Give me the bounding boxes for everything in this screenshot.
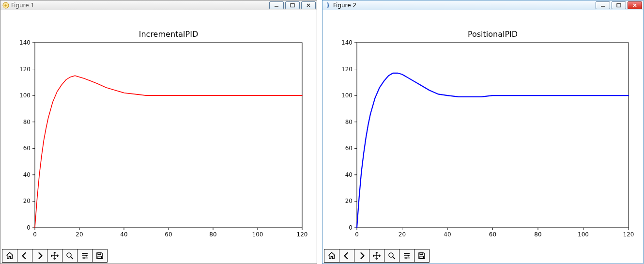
maximize-button[interactable] <box>285 1 300 9</box>
y-tick-label: 40 <box>23 171 31 178</box>
sliders-icon <box>80 251 89 260</box>
svg-rect-43 <box>420 253 423 255</box>
save-button[interactable] <box>414 249 429 263</box>
minimize-button[interactable] <box>269 1 284 9</box>
x-tick-label: 40 <box>120 231 127 238</box>
home-icon <box>5 251 14 260</box>
window-title: Figure 1 <box>11 2 34 9</box>
save-button[interactable] <box>92 249 107 263</box>
window-controls <box>596 1 642 9</box>
back-button[interactable] <box>339 249 354 263</box>
y-tick-label: 120 <box>341 66 353 73</box>
figure-canvas[interactable]: PositionalPID020406080100120020406080100… <box>323 11 643 263</box>
chart-positional-pid: PositionalPID020406080100120020406080100… <box>323 11 643 253</box>
maximize-button[interactable] <box>612 1 626 9</box>
pan-button[interactable] <box>369 249 384 263</box>
svg-point-19 <box>86 255 87 257</box>
close-button[interactable] <box>301 1 316 9</box>
close-button[interactable] <box>628 1 642 9</box>
x-tick-label: 120 <box>623 231 634 238</box>
y-tick-label: 140 <box>19 39 31 46</box>
zoom-button[interactable] <box>62 249 77 263</box>
pan-button[interactable] <box>47 249 62 263</box>
window-title: Figure 2 <box>333 2 356 9</box>
save-icon <box>95 251 104 260</box>
svg-point-18 <box>83 253 84 254</box>
svg-point-39 <box>389 253 393 257</box>
right-icon <box>357 251 366 260</box>
x-tick-label: 20 <box>399 231 406 238</box>
titlebar[interactable]: Figure 1 <box>0 0 317 10</box>
y-tick-label: 20 <box>23 198 31 204</box>
zoom-button[interactable] <box>384 249 399 263</box>
left-icon <box>342 251 351 260</box>
chart-title: IncrementalPID <box>139 30 199 39</box>
y-tick-label: 0 <box>349 224 353 231</box>
x-tick-label: 80 <box>534 231 541 238</box>
back-button[interactable] <box>17 249 32 263</box>
home-button[interactable] <box>324 249 339 263</box>
matplotlib-toolbar <box>2 249 107 262</box>
svg-point-17 <box>67 253 71 257</box>
save-icon <box>417 251 426 260</box>
left-icon <box>20 251 29 260</box>
x-tick-label: 100 <box>252 231 263 238</box>
axes-frame <box>357 43 629 228</box>
svg-point-41 <box>408 255 409 257</box>
home-icon <box>327 251 336 260</box>
y-tick-label: 100 <box>341 92 353 99</box>
figure-canvas[interactable]: IncrementalPID02040608010012002040608010… <box>1 11 316 263</box>
svg-point-40 <box>405 253 406 254</box>
y-tick-label: 40 <box>345 171 353 178</box>
series-line <box>35 76 302 228</box>
x-tick-label: 100 <box>578 231 589 238</box>
svg-rect-21 <box>98 253 101 255</box>
figure-window-2: Figure 2 PositionalPID020406080100120020… <box>322 0 644 264</box>
configure-button[interactable] <box>399 249 414 263</box>
x-tick-label: 120 <box>297 231 308 238</box>
y-tick-label: 0 <box>27 224 31 231</box>
svg-rect-23 <box>617 4 621 7</box>
y-tick-label: 60 <box>23 145 31 152</box>
app-icon <box>2 2 9 9</box>
svg-rect-44 <box>420 256 424 259</box>
y-tick-label: 120 <box>19 66 31 73</box>
x-tick-label: 0 <box>33 231 37 238</box>
forward-button[interactable] <box>354 249 369 263</box>
y-tick-label: 60 <box>345 145 353 152</box>
svg-rect-1 <box>291 4 294 7</box>
x-tick-label: 60 <box>489 231 496 238</box>
y-tick-label: 140 <box>341 39 353 46</box>
forward-button[interactable] <box>32 249 47 263</box>
home-button[interactable] <box>2 249 17 263</box>
zoom-icon <box>65 251 74 260</box>
y-tick-label: 80 <box>345 119 353 125</box>
svg-point-20 <box>83 257 85 259</box>
chart-incremental-pid: IncrementalPID02040608010012002040608010… <box>1 11 317 253</box>
right-icon <box>35 251 44 260</box>
move-icon <box>372 251 381 260</box>
move-icon <box>50 251 59 260</box>
svg-point-42 <box>405 257 407 259</box>
window-controls <box>269 1 316 9</box>
y-tick-label: 80 <box>23 119 31 125</box>
y-tick-label: 100 <box>19 92 31 99</box>
x-tick-label: 60 <box>165 231 172 238</box>
x-tick-label: 0 <box>355 231 359 238</box>
minimize-button[interactable] <box>596 1 610 9</box>
figure-window-1: Figure 1 IncrementalPID02040608010012002… <box>0 0 317 264</box>
series-line <box>357 73 629 228</box>
matplotlib-toolbar <box>324 249 429 262</box>
axes-frame <box>35 43 302 228</box>
zoom-icon <box>387 251 396 260</box>
chart-title: PositionalPID <box>468 30 518 39</box>
x-tick-label: 40 <box>444 231 451 238</box>
x-tick-label: 20 <box>76 231 83 238</box>
x-tick-label: 80 <box>209 231 216 238</box>
sliders-icon <box>402 251 411 260</box>
y-tick-label: 20 <box>345 198 353 204</box>
svg-rect-22 <box>98 256 102 259</box>
app-icon <box>324 2 331 9</box>
titlebar[interactable]: Figure 2 <box>322 0 643 10</box>
configure-button[interactable] <box>77 249 92 263</box>
